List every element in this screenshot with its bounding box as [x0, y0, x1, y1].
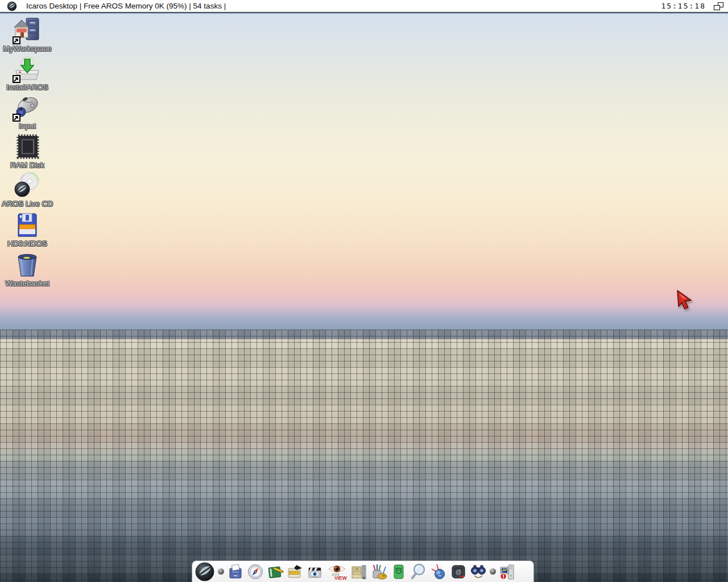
system-warning-icon	[499, 563, 516, 580]
desktop-icon-input[interactable]: Input	[0, 94, 55, 130]
file-finder-button[interactable]	[470, 563, 487, 580]
wastebasket-icon	[14, 252, 41, 278]
notebook-pencil-icon	[267, 563, 284, 580]
desktop-icon-installaros[interactable]: InstallAROS	[0, 56, 55, 92]
address-book-button[interactable]: @	[450, 563, 467, 580]
text-editor-button[interactable]	[267, 563, 284, 580]
paint-tool-button[interactable]	[370, 563, 387, 580]
clapperboard-eye-icon	[307, 563, 324, 580]
archiver-button[interactable]	[350, 563, 367, 580]
floppy-disk-icon	[14, 212, 41, 238]
address-book-icon: @	[450, 563, 467, 580]
green-document-icon	[390, 563, 407, 580]
desktop-icon-aros-live-cd[interactable]: AROS Live CD	[0, 172, 55, 208]
clock: 15:15:18	[661, 2, 706, 10]
desktop-icon-label: HD0:NDOS	[0, 239, 55, 248]
aros-menu-icon	[195, 562, 215, 582]
red-arrow-pointer-icon	[676, 290, 693, 309]
dock-separator-icon	[490, 568, 496, 575]
paint-brushes-icon	[370, 563, 387, 580]
sparking-disk-icon	[430, 563, 447, 580]
zune-view-eye-icon: zune VIEW	[326, 563, 348, 580]
archive-zipper-icon	[350, 563, 367, 580]
search-tool-button[interactable]	[410, 563, 427, 580]
shortcut-arrow-badge	[13, 114, 20, 122]
desktop-icon-label: AROS Live CD	[0, 199, 55, 208]
menubar: Icaros Desktop | Free AROS Memory 0K (95…	[0, 0, 728, 13]
zune-view-button[interactable]: zune VIEW	[326, 563, 348, 580]
desktop-icon-ram-disk[interactable]: RAM Disk	[0, 134, 55, 169]
install-cd-icon	[14, 56, 41, 82]
desktop-icon-myworkspace[interactable]: MyWorkspace	[0, 17, 55, 53]
desktop-icon-label: Input	[0, 122, 55, 130]
aros-menu-button[interactable]	[195, 562, 215, 582]
desktop-icon-label: RAM Disk	[0, 161, 55, 169]
dock-separator-icon	[218, 568, 224, 575]
desktop-icon-wastebasket[interactable]: Wastebasket	[0, 252, 55, 288]
audio-tool-button[interactable]	[287, 563, 304, 580]
ram-chip-icon	[14, 134, 41, 160]
magnifier-icon	[410, 563, 427, 580]
workspace-drawer-icon	[14, 17, 41, 43]
desktop-background-sky[interactable]	[0, 13, 728, 330]
desktop-background-tiled-wall[interactable]	[0, 330, 728, 582]
system-monitor-button[interactable]	[499, 563, 516, 580]
desktop-icon-label: Wastebasket	[0, 279, 55, 288]
aros-cd-icon	[14, 172, 41, 198]
desktop-icon-label: InstallAROS	[0, 83, 55, 92]
web-browser-button[interactable]	[247, 563, 264, 580]
desktop-icon-hd0-ndos[interactable]: HD0:NDOS	[0, 212, 55, 248]
svg-text:@: @	[456, 568, 462, 575]
disk-tool-button[interactable]	[430, 563, 447, 580]
mouse-icon	[14, 94, 41, 120]
desktop-icon-label: MyWorkspace	[0, 44, 55, 53]
audio-box-icon	[287, 563, 304, 580]
shortcut-arrow-badge	[13, 36, 20, 44]
compass-browser-icon	[247, 563, 264, 580]
media-player-button[interactable]	[307, 563, 324, 580]
binoculars-icon	[470, 563, 487, 580]
screen-depth-gadget[interactable]	[714, 2, 723, 10]
file-manager-button[interactable]	[227, 563, 244, 580]
file-manager-icon	[227, 563, 244, 580]
shortcut-arrow-badge	[13, 75, 20, 83]
amistart-dock: zune VIEW	[192, 560, 534, 582]
green-document-app-button[interactable]	[390, 563, 407, 580]
aros-logo-icon	[7, 1, 17, 11]
view-text: VIEW	[334, 575, 348, 580]
screen-title: Icaros Desktop | Free AROS Memory 0K (95…	[26, 2, 226, 10]
